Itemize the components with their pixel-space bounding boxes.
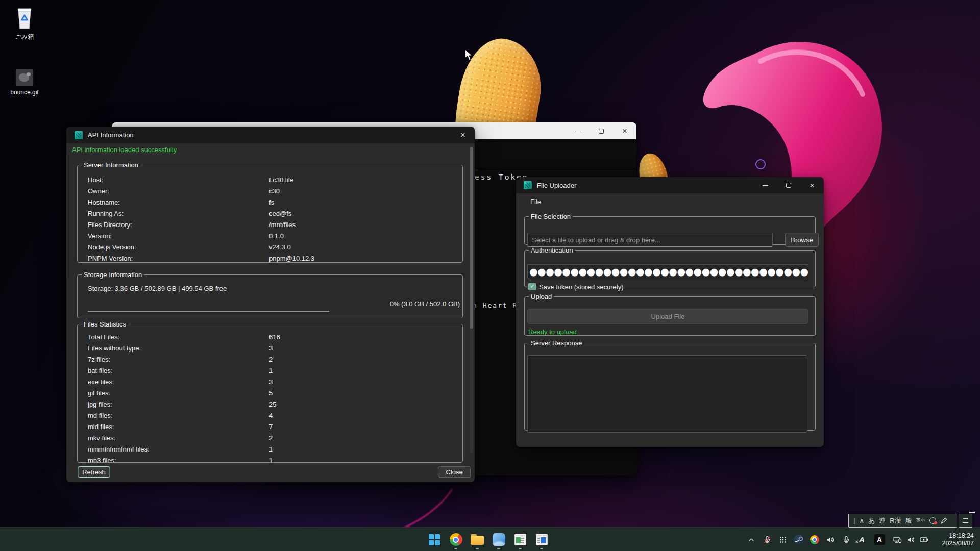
- api-information-window[interactable]: API Information × API information loaded…: [66, 127, 475, 482]
- row-value: 0.1.0: [269, 232, 284, 240]
- info-row: Owner:c30: [88, 185, 454, 196]
- group-title: Files Statistics: [82, 320, 128, 328]
- ime-pen-item[interactable]: ∧: [859, 517, 864, 524]
- mouse-cursor: [464, 48, 474, 62]
- uploader-titlebar[interactable]: File Uploader ×: [516, 177, 824, 193]
- taskbar-api-app[interactable]: [509, 529, 531, 550]
- maximize-icon: [786, 183, 791, 188]
- tray-volume-app[interactable]: [822, 530, 838, 550]
- row-value: c30: [269, 187, 280, 195]
- minimize-icon: [763, 185, 768, 186]
- info-row: Node.js Version:v24.3.0: [88, 241, 454, 253]
- upload-file-button[interactable]: Upload File: [527, 309, 808, 324]
- quick-settings[interactable]: [889, 530, 933, 550]
- desktop-icon-bounce-gif[interactable]: bounce.gif: [8, 60, 41, 96]
- start-button[interactable]: [424, 529, 445, 550]
- row-value: 1: [269, 457, 273, 463]
- tray-microphone[interactable]: [838, 530, 854, 550]
- folder-icon: [471, 534, 484, 545]
- tray-hidden-icons[interactable]: [743, 530, 759, 550]
- desktop-icon-recycle-bin[interactable]: ごみ箱: [8, 4, 41, 41]
- taskbar-chrome[interactable]: [445, 529, 467, 550]
- windows-logo-icon: [429, 534, 440, 545]
- menu-file[interactable]: File: [528, 197, 543, 207]
- group-title: Server Response: [529, 339, 584, 347]
- maximize-icon: [599, 129, 604, 134]
- ime-minimize-button[interactable]: [969, 512, 975, 513]
- taskbar-uploader-app[interactable]: [531, 529, 552, 550]
- stat-row: Files without type:3: [88, 342, 454, 354]
- close-icon: ×: [810, 181, 815, 190]
- stat-row: Total Files:616: [88, 331, 454, 342]
- group-title: Server Information: [82, 161, 140, 169]
- refresh-button[interactable]: Refresh: [78, 466, 110, 478]
- ime-kanji-mode[interactable]: R漢: [890, 516, 901, 525]
- stat-row: md files:4: [88, 410, 454, 421]
- row-value: 25: [269, 400, 276, 408]
- scrollbar[interactable]: [470, 146, 473, 453]
- photos-icon: [493, 533, 505, 546]
- ime-language-bar[interactable]: | ∧ あ 連 R漢 般 英小: [848, 514, 957, 528]
- taskbar-clock[interactable]: 18:18:24 2025/08/07: [933, 532, 980, 547]
- tray-steam[interactable]: [791, 530, 806, 550]
- tray-mic-muted[interactable]: [759, 530, 775, 550]
- authentication-group: Authentication ●●●●●●●●●●●●●●●●●●●●●●●●●…: [524, 246, 816, 287]
- browse-button[interactable]: Browse: [785, 233, 819, 247]
- file-path-input[interactable]: [527, 233, 773, 247]
- close-button[interactable]: ×: [800, 177, 824, 193]
- row-label: Node.js Version:: [88, 243, 136, 251]
- ime-input-mode[interactable]: あ: [868, 516, 875, 525]
- microphone-muted-icon: [763, 536, 771, 544]
- storage-information-group: Storage Information Storage: 3.36 GB / 5…: [77, 271, 463, 318]
- storage-summary: Storage: 3.36 GB / 502.89 GB | 499.54 GB…: [88, 285, 227, 292]
- info-row: Hostname:fs: [88, 196, 454, 208]
- stat-row: jpg files:25: [88, 398, 454, 410]
- api-window-titlebar[interactable]: API Information ×: [66, 127, 475, 143]
- close-button[interactable]: Close: [438, 466, 471, 478]
- ime-menu-button[interactable]: [959, 514, 972, 528]
- window-title: API Information: [88, 131, 134, 139]
- row-value: 2: [269, 434, 273, 442]
- scrollbar-thumb[interactable]: [470, 147, 473, 329]
- row-label: bat files:: [88, 367, 112, 374]
- info-row: Files Directory:/mnt/files: [88, 219, 454, 230]
- api-status-text: API information loaded successfully: [72, 146, 177, 154]
- row-value: 3: [269, 344, 273, 352]
- info-row: PNPM Version:pnpm@10.12.3: [88, 253, 454, 264]
- close-button[interactable]: ×: [613, 122, 636, 139]
- ime-insight-icon[interactable]: [929, 517, 936, 524]
- minimize-button[interactable]: [566, 122, 590, 139]
- taskbar-photos[interactable]: [488, 529, 509, 550]
- ime-general-mode[interactable]: 般: [905, 516, 912, 525]
- token-input[interactable]: ●●●●●●●●●●●●●●●●●●●●●●●●●●●●●●●●●●●●●●●●…: [527, 264, 808, 279]
- row-label: Files Directory:: [88, 221, 132, 229]
- tray-browser[interactable]: [806, 530, 822, 550]
- app-icon: [75, 131, 83, 139]
- stat-row: exe files:3: [88, 376, 454, 387]
- grid-dots-icon: [779, 536, 787, 544]
- close-button[interactable]: ×: [451, 127, 475, 143]
- tray-app-grid[interactable]: [775, 530, 791, 550]
- ime-conversion-mode[interactable]: 連: [879, 516, 886, 525]
- minimize-button[interactable]: [753, 177, 777, 193]
- stat-row: mp3 files:1: [88, 455, 454, 463]
- close-icon: ×: [460, 131, 465, 139]
- save-token-checkbox[interactable]: [528, 283, 536, 290]
- tray-ime-atok-off[interactable]: A: [854, 530, 870, 550]
- tray-ime-mode[interactable]: A: [870, 530, 889, 550]
- storage-percent-label: 0% (3.0 GB / 502.0 GB): [390, 300, 460, 308]
- row-label: mmmfnfnmfnmf files:: [88, 445, 150, 453]
- running-indicator: [540, 548, 543, 549]
- server-response-textarea[interactable]: [527, 355, 807, 433]
- maximize-button[interactable]: [590, 122, 613, 139]
- row-label: gif files:: [88, 389, 110, 397]
- close-icon: ×: [622, 127, 627, 135]
- ime-english-mode[interactable]: 英小: [916, 517, 925, 524]
- app-window-blue-icon: [536, 534, 548, 545]
- ime-caret-item[interactable]: |: [853, 517, 855, 524]
- taskbar-file-explorer[interactable]: [467, 529, 488, 550]
- handwriting-icon[interactable]: [940, 517, 947, 524]
- file-uploader-window[interactable]: File Uploader × File File Selection Brow…: [516, 177, 824, 447]
- row-label: Owner:: [88, 187, 109, 195]
- maximize-button[interactable]: [777, 177, 800, 193]
